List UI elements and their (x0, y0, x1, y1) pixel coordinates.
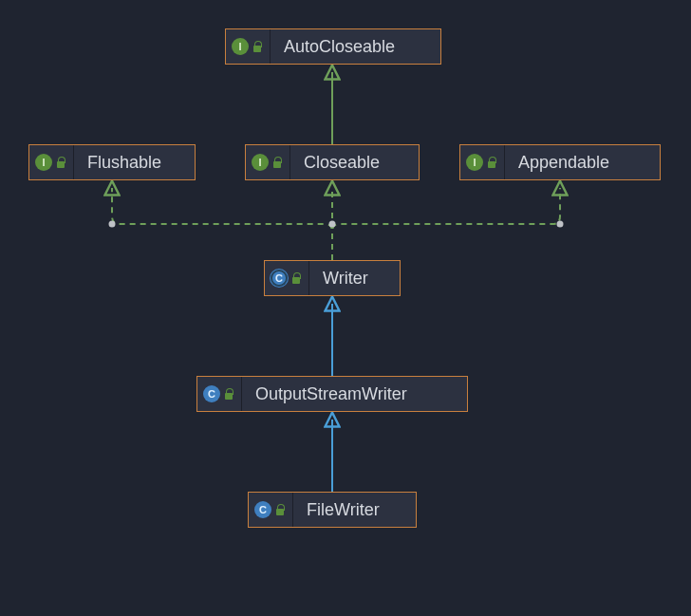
node-autocloseable[interactable]: AutoCloseable (225, 28, 441, 65)
edge-junction-dot (109, 221, 116, 228)
node-badge (29, 145, 74, 179)
edge-writer-appendable (332, 188, 560, 260)
node-outputstreamwriter[interactable]: OutputStreamWriter (196, 376, 468, 412)
edge-junction-dot (329, 221, 336, 228)
node-label: Flushable (74, 145, 175, 179)
interface-icon (232, 38, 249, 55)
node-label: OutputStreamWriter (242, 377, 420, 411)
node-badge (197, 377, 242, 411)
interface-icon (35, 154, 52, 171)
node-writer[interactable]: Writer (264, 260, 401, 296)
node-badge (249, 493, 293, 527)
node-label: Writer (309, 261, 382, 295)
node-label: Closeable (290, 145, 393, 179)
lock-icon (291, 272, 301, 284)
edge-junction-dot (557, 221, 564, 228)
node-closeable[interactable]: Closeable (245, 144, 420, 180)
interface-icon (466, 154, 483, 171)
lock-icon (272, 157, 282, 168)
node-appendable[interactable]: Appendable (459, 144, 661, 180)
class-icon (254, 501, 271, 518)
abstract-class-icon (271, 270, 288, 287)
edge-writer-flushable (112, 188, 332, 260)
node-badge (246, 145, 290, 179)
node-badge (460, 145, 505, 179)
lock-icon (275, 504, 285, 515)
node-flushable[interactable]: Flushable (28, 144, 196, 180)
class-icon (203, 385, 220, 402)
interface-icon (252, 154, 269, 171)
lock-icon (252, 41, 262, 52)
class-hierarchy-diagram: AutoCloseable Flushable Closeable Append… (0, 0, 691, 616)
lock-icon (487, 157, 496, 168)
node-label: FileWriter (293, 493, 393, 527)
node-badge (265, 261, 309, 295)
node-badge (226, 29, 271, 64)
node-label: AutoCloseable (271, 29, 408, 64)
node-label: Appendable (505, 145, 623, 179)
lock-icon (56, 157, 65, 168)
lock-icon (224, 388, 233, 400)
node-filewriter[interactable]: FileWriter (248, 492, 417, 528)
